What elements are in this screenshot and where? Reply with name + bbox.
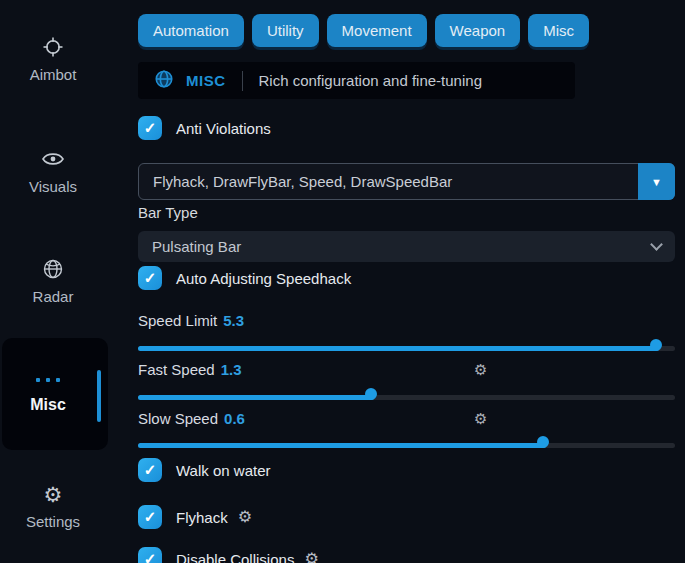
- checkmark-icon: ✓: [144, 550, 157, 563]
- tab-misc[interactable]: Misc: [528, 14, 589, 47]
- slider-value: 0.6: [224, 410, 245, 427]
- tab-weapon[interactable]: Weapon: [435, 14, 521, 47]
- slow-speed-label: Slow Speed0.6: [138, 410, 245, 427]
- category-header: MISC Rich configuration and fine-tuning: [138, 62, 575, 99]
- checkmark-icon: ✓: [144, 461, 157, 479]
- category-title: MISC: [186, 72, 226, 89]
- cheat-menu-window: Aimbot Visuals Radar: [0, 0, 685, 563]
- category-subtitle: Rich configuration and fine-tuning: [259, 72, 482, 89]
- sidebar-item-visuals[interactable]: Visuals: [0, 146, 106, 195]
- crosshair-icon: [40, 34, 66, 60]
- auto-adjust-toggle[interactable]: ✓ Auto Adjusting Speedhack: [138, 266, 351, 290]
- sidebar-item-radar[interactable]: Radar: [0, 256, 106, 305]
- toggle-label: Walk on water: [176, 462, 270, 479]
- multiselect-value: Flyhack, DrawFlyBar, Speed, DrawSpeedBar: [139, 173, 638, 190]
- bar-type-select[interactable]: Pulsating Bar: [138, 231, 675, 262]
- checkbox-checked[interactable]: ✓: [138, 505, 162, 529]
- slider-handle[interactable]: [650, 339, 662, 351]
- anti-violations-toggle[interactable]: ✓ Anti Violations: [138, 116, 271, 140]
- sidebar-item-label: Aimbot: [30, 66, 77, 83]
- flyhack-toggle[interactable]: ✓ Flyhack ⚙: [138, 505, 252, 529]
- checkmark-icon: ✓: [144, 508, 157, 526]
- tab-bar: Automation Utility Movement Weapon Misc: [138, 14, 589, 47]
- fast-speed-label: Fast Speed1.3: [138, 361, 242, 378]
- sidebar-item-label: Misc: [2, 396, 94, 414]
- checkbox-checked[interactable]: ✓: [138, 458, 162, 482]
- globe-icon: [154, 69, 174, 93]
- toggle-label: Auto Adjusting Speedhack: [176, 270, 351, 287]
- flyhack-gear-icon[interactable]: ⚙: [238, 509, 252, 525]
- chevron-down-icon: [650, 238, 663, 251]
- checkmark-icon: ✓: [144, 119, 157, 137]
- toggle-label: Anti Violations: [176, 120, 271, 137]
- speed-limit-label: Speed Limit5.3: [138, 312, 244, 329]
- slider-value: 1.3: [221, 361, 242, 378]
- checkbox-checked[interactable]: ✓: [138, 547, 162, 563]
- slider-fill: [138, 346, 659, 351]
- globe-icon: [40, 256, 66, 282]
- toggle-label: Flyhack: [176, 509, 228, 526]
- select-value: Pulsating Bar: [152, 238, 652, 255]
- fast-speed-slider[interactable]: [138, 388, 675, 406]
- multiselect-dropdown-button[interactable]: ▼: [638, 163, 675, 200]
- disable-collisions-gear-icon[interactable]: ⚙: [304, 551, 318, 563]
- dropdown-triangle-icon: ▼: [651, 176, 662, 188]
- active-indicator: [97, 370, 101, 422]
- tab-movement[interactable]: Movement: [327, 14, 427, 47]
- speed-limit-slider[interactable]: [138, 339, 675, 357]
- bar-features-multiselect[interactable]: Flyhack, DrawFlyBar, Speed, DrawSpeedBar…: [138, 163, 675, 200]
- sidebar-item-misc[interactable]: Misc: [2, 338, 108, 450]
- gear-icon: ⚙: [40, 481, 66, 507]
- walk-on-water-toggle[interactable]: ✓ Walk on water: [138, 458, 270, 482]
- ellipsis-icon: [2, 378, 94, 382]
- checkbox-checked[interactable]: ✓: [138, 266, 162, 290]
- eye-icon: [40, 146, 66, 172]
- tab-automation[interactable]: Automation: [138, 14, 244, 47]
- slow-speed-slider[interactable]: [138, 436, 675, 454]
- divider: [242, 71, 243, 91]
- sidebar: Aimbot Visuals Radar: [0, 0, 130, 563]
- disable-collisions-toggle[interactable]: ✓ Disable Collisions ⚙: [138, 547, 319, 563]
- toggle-label: Disable Collisions: [176, 551, 294, 563]
- slider-handle[interactable]: [537, 436, 549, 448]
- sidebar-item-label: Visuals: [29, 178, 77, 195]
- sidebar-item-settings[interactable]: ⚙ Settings: [0, 481, 106, 530]
- sidebar-item-label: Radar: [33, 288, 74, 305]
- sidebar-item-label: Settings: [26, 513, 80, 530]
- checkbox-checked[interactable]: ✓: [138, 116, 162, 140]
- slider-fill: [138, 395, 374, 400]
- tab-utility[interactable]: Utility: [252, 14, 319, 47]
- slider-value: 5.3: [223, 312, 244, 329]
- bar-type-label: Bar Type: [138, 204, 198, 221]
- checkmark-icon: ✓: [144, 269, 157, 287]
- slider-fill: [138, 443, 546, 448]
- sidebar-item-aimbot[interactable]: Aimbot: [0, 34, 106, 83]
- fast-speed-gear-icon[interactable]: ⚙: [474, 362, 487, 377]
- misc-panel: Automation Utility Movement Weapon Misc …: [138, 0, 675, 563]
- slow-speed-gear-icon[interactable]: ⚙: [474, 411, 487, 426]
